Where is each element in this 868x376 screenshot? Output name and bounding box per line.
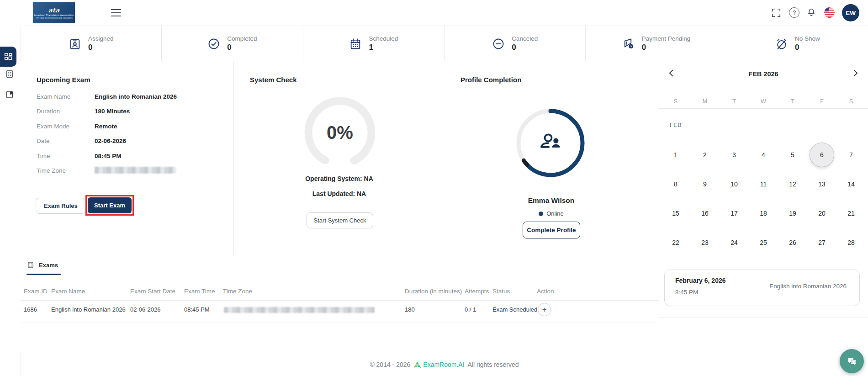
stat-scheduled: Scheduled 1 xyxy=(303,26,444,61)
calendar-panel: FEB 2026 S M T W T F S FEB 1 2 3 4 5 6 7… xyxy=(658,61,868,318)
stat-payment-pending: Payment Pending 0 xyxy=(585,26,726,61)
calendar-date[interactable]: 15 xyxy=(661,199,690,228)
cell-duration: 180 xyxy=(405,306,415,313)
calendar-date[interactable]: 19 xyxy=(778,199,807,228)
calendar-date[interactable]: 5 xyxy=(778,140,807,169)
stat-value: 1 xyxy=(369,43,398,52)
last-updated-status: Last Updated: NA xyxy=(234,190,445,197)
exam-stats-row: Assigned 0 Completed 0 xyxy=(21,26,868,62)
calendar-date-selected[interactable]: 6 xyxy=(807,140,836,169)
calendar-date[interactable]: 22 xyxy=(661,228,690,257)
copyright-text: © 2014 - 2026 xyxy=(370,361,410,368)
start-exam-annotation-highlight: Start Exam xyxy=(85,195,134,216)
ata-logo[interactable]: ata American Translators Association The… xyxy=(33,2,75,23)
sidebar-item-bookmarks[interactable] xyxy=(5,90,15,100)
sidebar-item-exams[interactable] xyxy=(5,69,15,79)
detail-row-exam-name: Exam Name English into Romanian 2026 xyxy=(37,89,177,104)
calendar-date[interactable]: 3 xyxy=(720,140,749,169)
calendar-date[interactable]: 8 xyxy=(661,169,690,199)
chat-widget-button[interactable] xyxy=(840,349,864,373)
exam-dashboard: ata American Translators Association The… xyxy=(0,0,868,376)
calendar-month-title: FEB 2026 xyxy=(658,70,868,78)
start-system-check-button[interactable]: Start System Check xyxy=(307,212,373,228)
payment-clock-icon xyxy=(622,37,635,50)
calendar-month-label: FEB xyxy=(661,122,690,128)
stat-label: Scheduled xyxy=(369,35,398,42)
calendar-icon xyxy=(349,37,362,50)
calendar-date[interactable]: 26 xyxy=(778,228,807,257)
profile-completion-ring xyxy=(516,109,585,177)
calendar-next-icon[interactable] xyxy=(850,68,861,79)
event-date: February 6, 2026 xyxy=(675,277,726,284)
stat-value: 0 xyxy=(227,43,257,52)
calendar-day-headers: S M T W T F S xyxy=(661,95,866,108)
calendar-date[interactable]: 23 xyxy=(690,228,720,257)
calendar-date[interactable]: 25 xyxy=(749,228,778,257)
upcoming-exam-card: Upcoming Exam Exam Name English into Rom… xyxy=(21,61,234,256)
help-icon[interactable]: ? xyxy=(789,7,799,18)
sidebar-item-dashboard[interactable] xyxy=(0,47,16,67)
calendar-date[interactable]: 12 xyxy=(778,169,807,199)
row-action-add-button[interactable]: + xyxy=(538,303,551,316)
stat-label: No Show xyxy=(795,35,820,42)
calendar-date[interactable]: 21 xyxy=(836,199,866,228)
calendar-date[interactable]: 13 xyxy=(807,169,836,199)
menu-icon[interactable] xyxy=(111,9,121,16)
stat-completed: Completed 0 xyxy=(161,26,302,61)
examroom-logo-icon xyxy=(413,361,421,368)
cell-attempts: 0 / 1 xyxy=(465,306,476,313)
complete-profile-button[interactable]: Complete Profile xyxy=(523,222,580,238)
calendar-date[interactable]: 24 xyxy=(720,228,749,257)
stat-label: Assigned xyxy=(88,35,114,42)
stat-value: 0 xyxy=(642,43,691,52)
brand-link[interactable]: ExamRoom.AI xyxy=(413,361,464,368)
calendar-date[interactable]: 9 xyxy=(690,169,720,199)
profile-people-icon xyxy=(537,129,564,157)
cell-exam-id: 1686 xyxy=(24,306,37,313)
minus-circle-icon xyxy=(492,37,505,50)
stat-no-show: No Show 0 xyxy=(727,26,868,61)
calendar-date[interactable]: 16 xyxy=(690,199,720,228)
user-avatar[interactable]: EW xyxy=(842,4,859,21)
stat-value: 0 xyxy=(795,43,820,52)
tab-exams[interactable]: Exams xyxy=(27,261,58,269)
col-exam-name: Exam Name xyxy=(51,288,85,295)
stat-value: 0 xyxy=(88,43,114,52)
col-exam-id: Exam ID xyxy=(24,288,48,295)
start-exam-button[interactable]: Start Exam xyxy=(88,197,132,213)
check-circle-icon xyxy=(207,37,220,50)
calendar-date[interactable]: 18 xyxy=(749,199,778,228)
detail-row-exam-mode: Exam Mode Remote xyxy=(37,119,177,134)
system-check-title: System Check xyxy=(250,76,297,84)
calendar-date[interactable]: 1 xyxy=(661,140,690,169)
user-name: Emma Wilson xyxy=(445,196,658,205)
calendar-date[interactable]: 2 xyxy=(690,140,720,169)
alarm-off-icon xyxy=(775,37,788,50)
language-flag-icon[interactable] xyxy=(824,7,835,18)
calendar-date[interactable]: 14 xyxy=(836,169,866,199)
stat-label: Canceled xyxy=(512,35,538,42)
calendar-date[interactable]: 20 xyxy=(807,199,836,228)
stat-value: 0 xyxy=(512,43,538,52)
fullscreen-icon[interactable] xyxy=(771,8,781,18)
cell-exam-time: 08:45 PM xyxy=(184,306,210,313)
dashboard-icon xyxy=(4,52,13,61)
event-time: 8:45 PM xyxy=(675,289,698,296)
calendar-date[interactable]: 17 xyxy=(720,199,749,228)
calendar-date[interactable]: 27 xyxy=(807,228,836,257)
calendar-date[interactable]: 7 xyxy=(836,140,866,169)
calendar-event-card[interactable]: February 6, 2026 8:45 PM English into Ro… xyxy=(664,270,860,306)
tab-active-indicator xyxy=(26,274,61,275)
col-action: Action xyxy=(537,288,554,295)
calendar-divider xyxy=(658,108,868,109)
calendar-date[interactable]: 10 xyxy=(720,169,749,199)
calendar-date[interactable]: 11 xyxy=(749,169,778,199)
notifications-bell-icon[interactable] xyxy=(806,7,816,17)
calendar-date[interactable]: 4 xyxy=(749,140,778,169)
detail-row-time: Time 08:45 PM xyxy=(37,148,177,164)
redacted-time-zone xyxy=(95,167,176,174)
calendar-date[interactable]: 28 xyxy=(836,228,866,257)
detail-row-time-zone: Time Zone xyxy=(37,164,177,179)
exam-rules-button[interactable]: Exam Rules xyxy=(36,198,86,214)
footer: © 2014 - 2026 ExamRoom.AI All rights res… xyxy=(21,352,868,376)
